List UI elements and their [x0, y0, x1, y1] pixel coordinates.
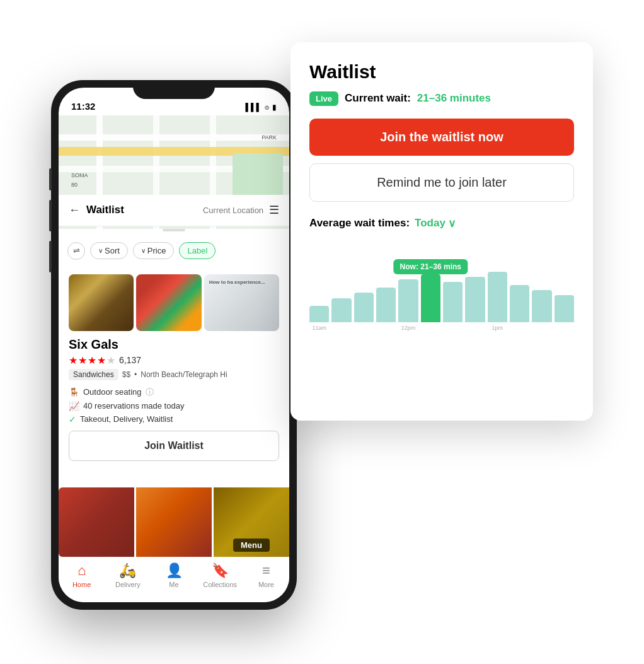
waitlist-card-title: Waitlist [309, 61, 574, 83]
label-text: Label [187, 246, 207, 255]
star-2: ★ [78, 354, 87, 366]
chart-x-label-9 [510, 325, 529, 331]
chart-x-label-1 [331, 325, 351, 331]
avg-wait-row: Average wait times: Today ∨ [309, 217, 574, 230]
wait-time-value: 21–36 minutes [417, 92, 491, 105]
wait-info-row: Live Current wait: 21–36 minutes [309, 91, 574, 106]
restaurant-name: Six Gals [69, 337, 279, 352]
phone-vol-down-btn [49, 241, 52, 272]
current-wait-label: Current wait: [345, 92, 411, 105]
map-label: SOMA [71, 172, 88, 178]
header-title: Waitlist [86, 204, 203, 216]
second-img-1 [59, 487, 134, 557]
label-button[interactable]: Label [179, 242, 216, 259]
services-text: Takeout, Delivery, Waitlist [80, 414, 173, 424]
today-dropdown[interactable]: Today ∨ [415, 217, 456, 230]
star-3: ★ [88, 354, 96, 366]
adjust-icon: ⇌ [73, 246, 80, 255]
nav-home-label: Home [72, 581, 91, 588]
star-5: ★ [106, 354, 115, 366]
chart-x-label-2 [354, 325, 374, 331]
bottom-navigation: ⌂ Home 🛵 Delivery 👤 Me 🔖 Collections ≡ [59, 557, 289, 602]
nav-delivery-label: Delivery [115, 581, 141, 588]
join-waitlist-button[interactable]: Join Waitlist [69, 431, 279, 461]
map-road [59, 134, 289, 141]
food-images-row: How to ha experience... [69, 274, 279, 331]
scene: 11:32 ▌▌▌ ⌾ ▮ SOMA [51, 42, 593, 622]
restaurant-card: How to ha experience... Six Gals ★ ★ ★ [59, 267, 289, 469]
chart-bar-1 [331, 298, 351, 322]
reservations-icon: 📈 [69, 401, 79, 411]
second-img-2 [136, 487, 212, 557]
remind-me-button[interactable]: Remind me to join later [309, 163, 574, 202]
nav-home[interactable]: ⌂ Home [59, 562, 105, 588]
back-button[interactable]: ← [69, 204, 80, 217]
chart-tooltip: Now: 21–36 mins [394, 259, 468, 274]
star-1: ★ [69, 354, 78, 366]
outdoor-icon: 🪑 [69, 387, 79, 397]
join-waitlist-now-button[interactable]: Join the waitlist now [309, 119, 574, 156]
nav-me[interactable]: 👤 Me [151, 562, 197, 588]
header-subtitle: Current Location [203, 206, 263, 215]
nav-delivery[interactable]: 🛵 Delivery [105, 562, 151, 588]
sort-label: Sort [105, 246, 120, 255]
rating-row: ★ ★ ★ ★ ★ 6,137 [69, 354, 279, 366]
nav-collections[interactable]: 🔖 Collections [197, 562, 243, 588]
menu-icon[interactable]: ☰ [269, 203, 279, 217]
battery-icon: ▮ [272, 103, 277, 112]
more-icon: ≡ [262, 562, 270, 579]
chart-bar-11 [555, 295, 574, 322]
filter-adjust-button[interactable]: ⇌ [67, 242, 85, 260]
status-time: 11:32 [71, 101, 245, 112]
waitlist-card: Waitlist Live Current wait: 21–36 minute… [290, 42, 593, 421]
chart-bar-3 [376, 288, 396, 322]
chart-bar-5: Now: 21–36 mins [421, 274, 440, 322]
price-button[interactable]: ∨ Price [133, 242, 175, 259]
chart-bar-2 [354, 293, 374, 322]
nav-more[interactable]: ≡ More [243, 562, 289, 588]
nav-me-label: Me [169, 581, 178, 588]
map-park [233, 153, 283, 197]
page-header: ← Waitlist Current Location ☰ [59, 195, 289, 226]
stars: ★ ★ ★ ★ ★ [69, 354, 115, 366]
today-label: Today [415, 217, 446, 230]
chart-x-label-5 [421, 325, 440, 331]
second-img-3: Menu [214, 487, 289, 557]
chart-x-label-11 [555, 325, 574, 331]
content-area: How to ha experience... Six Gals ★ ★ ★ [59, 267, 289, 557]
chart-x-label-3 [376, 325, 396, 331]
chart-x-label-10 [532, 325, 551, 331]
outdoor-seating-row: 🪑 Outdoor seating ⓘ [69, 387, 279, 398]
reservations-text: 40 reservations made today [83, 401, 184, 411]
review-count: 6,137 [119, 355, 141, 365]
chart-x-labels: 11am12pm1pm [309, 325, 574, 331]
person-icon: 👤 [166, 562, 183, 579]
signal-icon: ▌▌▌ [245, 103, 262, 112]
drag-indicator [163, 229, 185, 231]
chart-x-label-7 [465, 325, 485, 331]
wait-time-chart: Now: 21–36 mins [309, 240, 574, 322]
services-row: ✓ Takeout, Delivery, Waitlist [69, 414, 279, 424]
reservations-row: 📈 40 reservations made today [69, 401, 279, 411]
star-4: ★ [97, 354, 106, 366]
sort-button[interactable]: ∨ Sort [90, 242, 128, 259]
home-icon: ⌂ [78, 562, 86, 579]
food-image-sandwich [69, 274, 134, 331]
chart-x-label-8: 1pm [488, 325, 507, 331]
avg-wait-label: Average wait times: [309, 217, 410, 230]
chevron-icon: ∨ [141, 247, 146, 254]
phone-device: 11:32 ▌▌▌ ⌾ ▮ SOMA [51, 80, 297, 610]
nav-more-label: More [258, 581, 274, 588]
filter-bar: ⇌ ∨ Sort ∨ Price Label [59, 235, 289, 267]
chart-bar-8 [488, 272, 507, 322]
status-icons: ▌▌▌ ⌾ ▮ [245, 103, 277, 112]
article-title: How to ha experience... [209, 279, 265, 285]
delivery-icon: 🛵 [119, 562, 136, 579]
phone-notch [133, 80, 215, 99]
chart-x-label-4: 12pm [398, 325, 418, 331]
chart-bar-4 [398, 279, 418, 322]
chart-x-label-0: 11am [309, 325, 329, 331]
bookmark-icon: 🔖 [212, 562, 229, 579]
phone-screen: 11:32 ▌▌▌ ⌾ ▮ SOMA [59, 88, 289, 602]
check-icon: ✓ [69, 414, 76, 424]
